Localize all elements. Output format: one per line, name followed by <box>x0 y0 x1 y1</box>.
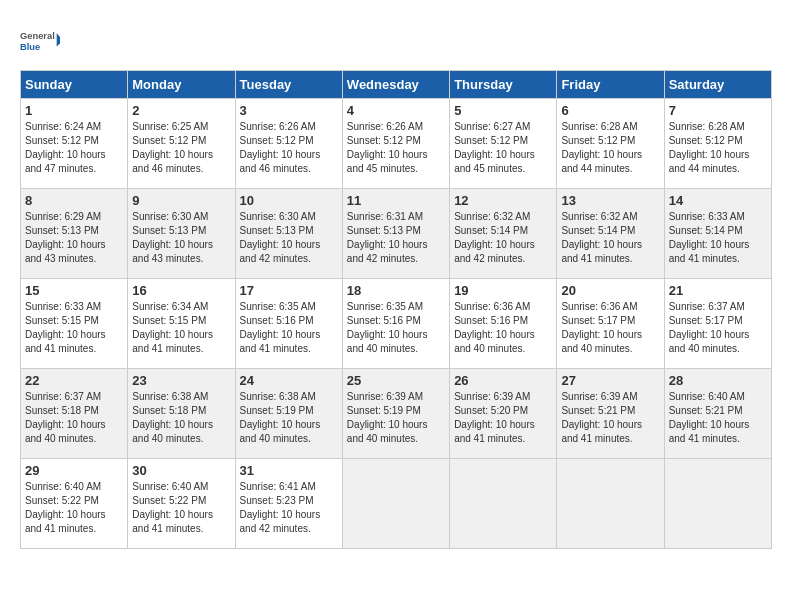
weekday-header: Sunday <box>21 71 128 99</box>
day-number: 8 <box>25 193 123 208</box>
day-info: Sunrise: 6:30 AMSunset: 5:13 PMDaylight:… <box>132 211 213 264</box>
calendar-cell: 11 Sunrise: 6:31 AMSunset: 5:13 PMDaylig… <box>342 189 449 279</box>
svg-text:Blue: Blue <box>20 42 40 52</box>
day-number: 21 <box>669 283 767 298</box>
weekday-header: Tuesday <box>235 71 342 99</box>
day-number: 1 <box>25 103 123 118</box>
day-info: Sunrise: 6:35 AMSunset: 5:16 PMDaylight:… <box>347 301 428 354</box>
day-info: Sunrise: 6:28 AMSunset: 5:12 PMDaylight:… <box>561 121 642 174</box>
calendar-cell: 10 Sunrise: 6:30 AMSunset: 5:13 PMDaylig… <box>235 189 342 279</box>
day-number: 7 <box>669 103 767 118</box>
calendar-cell: 23 Sunrise: 6:38 AMSunset: 5:18 PMDaylig… <box>128 369 235 459</box>
day-number: 2 <box>132 103 230 118</box>
day-info: Sunrise: 6:34 AMSunset: 5:15 PMDaylight:… <box>132 301 213 354</box>
day-number: 23 <box>132 373 230 388</box>
day-info: Sunrise: 6:37 AMSunset: 5:17 PMDaylight:… <box>669 301 750 354</box>
calendar-cell: 8 Sunrise: 6:29 AMSunset: 5:13 PMDayligh… <box>21 189 128 279</box>
svg-marker-2 <box>57 33 60 46</box>
day-number: 6 <box>561 103 659 118</box>
day-info: Sunrise: 6:31 AMSunset: 5:13 PMDaylight:… <box>347 211 428 264</box>
calendar-cell: 1 Sunrise: 6:24 AMSunset: 5:12 PMDayligh… <box>21 99 128 189</box>
weekday-header: Thursday <box>450 71 557 99</box>
calendar-cell: 19 Sunrise: 6:36 AMSunset: 5:16 PMDaylig… <box>450 279 557 369</box>
calendar-cell: 12 Sunrise: 6:32 AMSunset: 5:14 PMDaylig… <box>450 189 557 279</box>
calendar-cell: 28 Sunrise: 6:40 AMSunset: 5:21 PMDaylig… <box>664 369 771 459</box>
calendar-cell: 22 Sunrise: 6:37 AMSunset: 5:18 PMDaylig… <box>21 369 128 459</box>
day-number: 4 <box>347 103 445 118</box>
day-number: 13 <box>561 193 659 208</box>
day-info: Sunrise: 6:36 AMSunset: 5:17 PMDaylight:… <box>561 301 642 354</box>
day-number: 30 <box>132 463 230 478</box>
calendar-cell: 29 Sunrise: 6:40 AMSunset: 5:22 PMDaylig… <box>21 459 128 549</box>
calendar-cell: 30 Sunrise: 6:40 AMSunset: 5:22 PMDaylig… <box>128 459 235 549</box>
calendar-cell <box>664 459 771 549</box>
day-number: 20 <box>561 283 659 298</box>
day-info: Sunrise: 6:38 AMSunset: 5:18 PMDaylight:… <box>132 391 213 444</box>
day-info: Sunrise: 6:28 AMSunset: 5:12 PMDaylight:… <box>669 121 750 174</box>
logo: General Blue <box>20 20 60 60</box>
day-number: 25 <box>347 373 445 388</box>
logo-svg: General Blue <box>20 20 60 60</box>
weekday-header: Friday <box>557 71 664 99</box>
day-number: 5 <box>454 103 552 118</box>
calendar-cell <box>342 459 449 549</box>
day-info: Sunrise: 6:32 AMSunset: 5:14 PMDaylight:… <box>561 211 642 264</box>
calendar-cell: 9 Sunrise: 6:30 AMSunset: 5:13 PMDayligh… <box>128 189 235 279</box>
calendar-cell: 18 Sunrise: 6:35 AMSunset: 5:16 PMDaylig… <box>342 279 449 369</box>
day-number: 26 <box>454 373 552 388</box>
calendar-cell: 13 Sunrise: 6:32 AMSunset: 5:14 PMDaylig… <box>557 189 664 279</box>
day-info: Sunrise: 6:40 AMSunset: 5:22 PMDaylight:… <box>132 481 213 534</box>
weekday-header: Monday <box>128 71 235 99</box>
day-number: 12 <box>454 193 552 208</box>
calendar-cell: 3 Sunrise: 6:26 AMSunset: 5:12 PMDayligh… <box>235 99 342 189</box>
day-number: 18 <box>347 283 445 298</box>
day-info: Sunrise: 6:26 AMSunset: 5:12 PMDaylight:… <box>347 121 428 174</box>
day-number: 11 <box>347 193 445 208</box>
day-number: 28 <box>669 373 767 388</box>
day-number: 19 <box>454 283 552 298</box>
calendar-cell: 2 Sunrise: 6:25 AMSunset: 5:12 PMDayligh… <box>128 99 235 189</box>
day-info: Sunrise: 6:40 AMSunset: 5:21 PMDaylight:… <box>669 391 750 444</box>
calendar-cell <box>557 459 664 549</box>
day-number: 24 <box>240 373 338 388</box>
day-number: 29 <box>25 463 123 478</box>
day-number: 9 <box>132 193 230 208</box>
day-info: Sunrise: 6:26 AMSunset: 5:12 PMDaylight:… <box>240 121 321 174</box>
day-number: 14 <box>669 193 767 208</box>
day-info: Sunrise: 6:41 AMSunset: 5:23 PMDaylight:… <box>240 481 321 534</box>
calendar-cell: 6 Sunrise: 6:28 AMSunset: 5:12 PMDayligh… <box>557 99 664 189</box>
day-info: Sunrise: 6:39 AMSunset: 5:20 PMDaylight:… <box>454 391 535 444</box>
calendar-cell: 25 Sunrise: 6:39 AMSunset: 5:19 PMDaylig… <box>342 369 449 459</box>
day-info: Sunrise: 6:32 AMSunset: 5:14 PMDaylight:… <box>454 211 535 264</box>
calendar-cell: 26 Sunrise: 6:39 AMSunset: 5:20 PMDaylig… <box>450 369 557 459</box>
day-info: Sunrise: 6:39 AMSunset: 5:19 PMDaylight:… <box>347 391 428 444</box>
calendar-cell <box>450 459 557 549</box>
day-info: Sunrise: 6:27 AMSunset: 5:12 PMDaylight:… <box>454 121 535 174</box>
calendar-cell: 15 Sunrise: 6:33 AMSunset: 5:15 PMDaylig… <box>21 279 128 369</box>
day-number: 3 <box>240 103 338 118</box>
calendar-cell: 5 Sunrise: 6:27 AMSunset: 5:12 PMDayligh… <box>450 99 557 189</box>
calendar-cell: 17 Sunrise: 6:35 AMSunset: 5:16 PMDaylig… <box>235 279 342 369</box>
calendar-cell: 4 Sunrise: 6:26 AMSunset: 5:12 PMDayligh… <box>342 99 449 189</box>
calendar-cell: 16 Sunrise: 6:34 AMSunset: 5:15 PMDaylig… <box>128 279 235 369</box>
day-info: Sunrise: 6:38 AMSunset: 5:19 PMDaylight:… <box>240 391 321 444</box>
header: General Blue <box>20 20 772 60</box>
day-number: 16 <box>132 283 230 298</box>
day-number: 15 <box>25 283 123 298</box>
weekday-header: Wednesday <box>342 71 449 99</box>
day-number: 17 <box>240 283 338 298</box>
calendar-cell: 20 Sunrise: 6:36 AMSunset: 5:17 PMDaylig… <box>557 279 664 369</box>
calendar: SundayMondayTuesdayWednesdayThursdayFrid… <box>20 70 772 549</box>
calendar-cell: 31 Sunrise: 6:41 AMSunset: 5:23 PMDaylig… <box>235 459 342 549</box>
day-number: 27 <box>561 373 659 388</box>
calendar-cell: 7 Sunrise: 6:28 AMSunset: 5:12 PMDayligh… <box>664 99 771 189</box>
day-info: Sunrise: 6:33 AMSunset: 5:14 PMDaylight:… <box>669 211 750 264</box>
day-info: Sunrise: 6:33 AMSunset: 5:15 PMDaylight:… <box>25 301 106 354</box>
calendar-cell: 24 Sunrise: 6:38 AMSunset: 5:19 PMDaylig… <box>235 369 342 459</box>
day-info: Sunrise: 6:24 AMSunset: 5:12 PMDaylight:… <box>25 121 106 174</box>
day-number: 22 <box>25 373 123 388</box>
day-info: Sunrise: 6:29 AMSunset: 5:13 PMDaylight:… <box>25 211 106 264</box>
day-number: 10 <box>240 193 338 208</box>
day-number: 31 <box>240 463 338 478</box>
day-info: Sunrise: 6:40 AMSunset: 5:22 PMDaylight:… <box>25 481 106 534</box>
